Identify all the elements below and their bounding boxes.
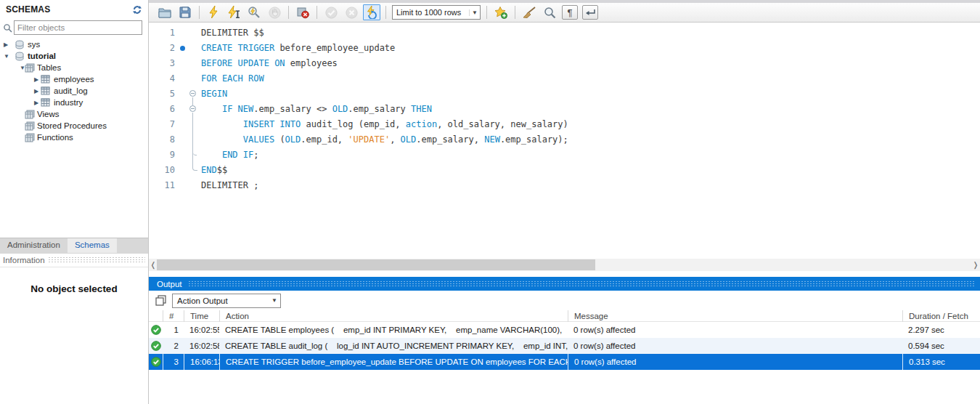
line-number: 1	[149, 25, 175, 41]
autocommit-icon	[365, 6, 378, 19]
gutter-marker-column	[178, 41, 188, 56]
tab-administration[interactable]: Administration	[0, 238, 68, 254]
magnifier-icon	[544, 7, 556, 19]
refresh-schemas-icon[interactable]	[132, 5, 142, 15]
code-text: FOR EACH ROW	[201, 71, 264, 86]
object-info-panel: No object selected	[0, 267, 148, 311]
editor-line[interactable]: 1DELIMITER $$	[149, 25, 980, 41]
output-panel-titlebar[interactable]: Output	[149, 277, 980, 291]
row-duration: 0.594 sec	[902, 338, 980, 354]
row-duration: 0.313 sec	[902, 354, 980, 370]
folder-icon	[158, 7, 171, 18]
fold-gutter[interactable]	[188, 86, 200, 102]
information-section-header[interactable]: Information	[0, 253, 148, 267]
fold-gutter	[188, 56, 200, 71]
editor-line[interactable]: 8 VALUES (OLD.emp_id, 'UPDATE', OLD.emp_…	[149, 132, 980, 148]
tab-schemas[interactable]: Schemas	[68, 238, 117, 254]
limit-dropdown[interactable]: Limit to 1000 rows▼	[392, 5, 481, 20]
sidebar-item-audit_log[interactable]: ▶audit_log	[0, 86, 148, 97]
tree-item-label: tutorial	[28, 52, 56, 60]
editor-line[interactable]: 3BEFORE UPDATE ON employees	[149, 56, 980, 71]
editor-line[interactable]: 10END$$	[149, 163, 980, 178]
column-header-message: Message	[568, 310, 902, 322]
output-row-1[interactable]: 116:02:55CREATE TABLE employees ( emp_id…	[149, 322, 980, 338]
code-text: IF NEW.emp_salary <> OLD.emp_salary THEN	[201, 102, 432, 117]
gutter-marker-column	[178, 71, 188, 86]
sidebar-item-tables[interactable]: ▼Tables	[0, 62, 148, 74]
save-snippet-button[interactable]	[492, 4, 510, 20]
save-script-button[interactable]	[176, 4, 194, 20]
execute-button[interactable]	[205, 4, 222, 20]
wrap-text-button[interactable]	[581, 4, 599, 20]
execute-current-button[interactable]	[225, 4, 242, 20]
fold-gutter	[188, 25, 200, 41]
scroll-right-arrow-icon[interactable]: ❭	[971, 259, 980, 271]
editor-line[interactable]: 11DELIMITER ;	[149, 178, 980, 193]
row-message: 0 row(s) affected	[568, 354, 902, 370]
sql-code-editor[interactable]: 1DELIMITER $$2CREATE TRIGGER before_empl…	[149, 23, 980, 256]
collapse-arrow-icon[interactable]: ▼	[4, 52, 9, 60]
autocommit-button[interactable]	[363, 4, 380, 20]
table-icon	[41, 75, 51, 84]
line-number: 9	[149, 148, 175, 163]
expand-arrow-icon[interactable]: ▶	[34, 76, 38, 84]
table-icon	[41, 98, 51, 108]
editor-line[interactable]: 6 IF NEW.emp_salary <> OLD.emp_salary TH…	[149, 102, 980, 117]
editor-line[interactable]: 9 END IF;	[149, 148, 980, 163]
editor-horizontal-scrollbar[interactable]: ❬ ❭	[149, 259, 980, 271]
editor-line[interactable]: 5BEGIN	[149, 86, 980, 102]
sidebar-tab-bar: AdministrationSchemas	[0, 238, 148, 253]
line-number: 8	[149, 132, 175, 148]
gutter-marker-column	[178, 178, 188, 193]
row-message: 0 row(s) affected	[568, 322, 902, 338]
output-row-2[interactable]: 216:02:58CREATE TABLE audit_log ( log_id…	[149, 338, 980, 354]
sidebar-item-functions[interactable]: Functions	[0, 132, 148, 144]
editor-line[interactable]: 4FOR EACH ROW	[149, 71, 980, 86]
sidebar-item-views[interactable]: Views	[0, 109, 148, 121]
line-number: 11	[149, 178, 175, 193]
commit-button[interactable]	[322, 4, 340, 20]
tables-folder-icon	[25, 63, 35, 73]
sidebar-item-employees[interactable]: ▶employees	[0, 74, 148, 86]
open-script-button[interactable]	[156, 4, 173, 20]
tree-item-label: Views	[37, 110, 59, 118]
explain-button[interactable]	[245, 4, 263, 20]
rollback-button[interactable]	[343, 4, 360, 20]
expand-arrow-icon[interactable]: ▶	[34, 99, 38, 107]
tree-item-label: employees	[54, 75, 94, 84]
output-view-dropdown[interactable]: Action Output ▼	[172, 294, 281, 308]
column-header-time: Time	[184, 310, 219, 322]
code-text: END$$	[201, 163, 227, 178]
invisibles-button[interactable]: ¶	[561, 4, 579, 20]
find-button[interactable]	[541, 4, 558, 20]
beautify-button[interactable]	[520, 4, 538, 20]
toggle-stop-on-error-button[interactable]	[294, 4, 311, 20]
row-time: 16:02:58	[184, 338, 219, 354]
gutter-marker-column	[178, 132, 188, 148]
expand-arrow-icon[interactable]: ▶	[34, 87, 38, 95]
sidebar-item-industry[interactable]: ▶industry	[0, 97, 148, 109]
sidebar-item-stored-procedures[interactable]: Stored Procedures	[0, 121, 148, 132]
broom-icon	[523, 7, 536, 18]
fold-gutter[interactable]	[188, 102, 200, 117]
filter-objects-input[interactable]	[14, 20, 142, 35]
line-number: 4	[149, 71, 175, 86]
fold-gutter	[188, 117, 200, 132]
sidebar-item-tutorial[interactable]: ▼tutorial	[0, 51, 148, 62]
fold-collapse-icon[interactable]	[189, 105, 196, 112]
stop-error-icon	[297, 7, 309, 19]
schema-tree: ▶sys▼tutorial▼Tables▶employees▶audit_log…	[0, 39, 148, 144]
expand-arrow-icon[interactable]: ▶	[4, 41, 8, 49]
code-text: END IF;	[201, 148, 259, 163]
editor-line[interactable]: 2CREATE TRIGGER before_employee_update	[149, 41, 980, 56]
editor-line[interactable]: 7 INSERT INTO audit_log (emp_id, action,…	[149, 117, 980, 132]
fold-collapse-icon[interactable]	[189, 90, 196, 97]
sql-toolbar: Limit to 1000 rows▼¶	[149, 3, 980, 23]
stop-button[interactable]	[266, 4, 283, 20]
sidebar-item-sys[interactable]: ▶sys	[0, 39, 148, 51]
output-row-3[interactable]: 316:06:13CREATE TRIGGER before_employee_…	[149, 354, 980, 370]
scrollbar-thumb[interactable]	[157, 259, 595, 270]
output-view-selector-row: Action Output ▼	[149, 291, 980, 310]
wrap-text-icon	[582, 5, 598, 20]
row-index: 2	[163, 338, 184, 354]
